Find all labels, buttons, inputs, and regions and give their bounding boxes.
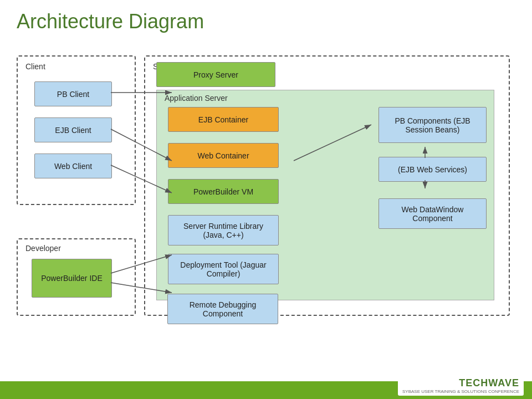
pb-client-box: PB Client [34,81,112,106]
app-server-label: Application Server [165,94,228,103]
pb-ide-box: PowerBuilder IDE [32,259,112,298]
client-zone: Client PB Client EJB Client Web Client [17,55,136,205]
client-label: Client [25,62,45,71]
developer-zone: Developer PowerBuilder IDE [17,238,136,316]
ejb-web-services-box: (EJB Web Services) [378,157,487,182]
remote-debug-box: Remote Debugging Component [167,294,278,324]
ejb-container-box: EJB Container [168,107,279,132]
logo-brand: TECHWAVE [459,377,519,388]
deployment-tool-box: Deployment Tool (Jaguar Compiler) [168,254,279,284]
server-runtime-box: Server Runtime Library (Java, C++) [168,215,279,245]
web-container-box: Web Container [168,143,279,168]
web-client-box: Web Client [34,154,112,178]
proxy-server-box: Proxy Server [156,62,275,87]
web-datawindow-box: Web DataWindow Component [378,198,487,229]
pb-vm-box: PowerBuilder VM [168,179,279,204]
server-zone: Server Proxy Server Application Server E… [144,55,510,316]
diagram-area: Client PB Client EJB Client Web Client D… [11,39,521,382]
developer-label: Developer [25,244,61,253]
logo-sub: SYBASE USER TRAINING & SOLUTIONS CONFERE… [402,389,519,394]
pb-components-box: PB Components (EJB Session Beans) [378,107,487,143]
page-title: Architecture Diagram [0,0,532,39]
ejb-client-box: EJB Client [34,117,112,142]
logo-container: TECHWAVE SYBASE USER TRAINING & SOLUTION… [398,376,524,396]
app-server-zone: Application Server EJB Container Web Con… [156,90,494,300]
